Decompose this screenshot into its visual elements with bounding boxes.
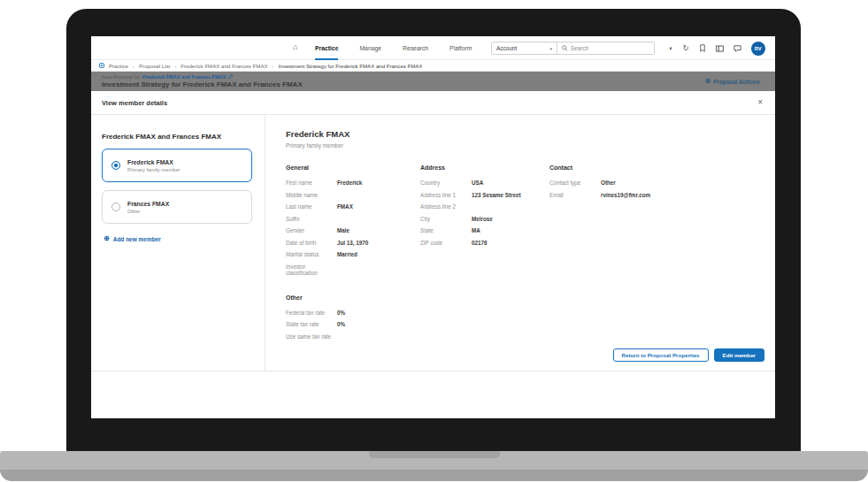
field-value: 02176: [472, 240, 488, 247]
field-value: rvines19@fmr.com: [601, 192, 650, 199]
field-row: Middle name: [286, 192, 420, 204]
nav-item-research[interactable]: Research: [403, 36, 428, 60]
proposal-actions-label: Proposal Actions: [713, 79, 759, 85]
field-row: Contact typeOther: [549, 180, 764, 192]
field-value: Frederick: [337, 180, 362, 187]
main-nav: Practice Manage Research Platform: [315, 36, 472, 60]
breadcrumb-separator: ›: [174, 63, 176, 69]
member-name: Frances FMAX: [127, 201, 169, 207]
field-row: First nameFrederick: [286, 180, 420, 192]
field-label: Address line 1: [420, 192, 472, 199]
field-label: Marital status: [286, 251, 337, 258]
breadcrumb-item[interactable]: Proposal List: [139, 63, 170, 69]
bookmark-icon[interactable]: [699, 44, 706, 52]
add-new-member-label: Add new member: [113, 236, 161, 242]
field-row: Address line 1123 Sesame Street: [420, 192, 549, 204]
account-dropdown-label: Account: [496, 45, 517, 51]
home-icon[interactable]: ⌂: [293, 43, 297, 51]
contrast-icon[interactable]: ◐: [669, 45, 673, 52]
member-card-text: Frederick FMAX Primary family member: [127, 159, 181, 172]
section-contact: ContactContact typeOtherEmailrvines19@fm…: [549, 164, 764, 277]
nav-item-manage[interactable]: Manage: [359, 36, 381, 60]
member-detail-panel: Frederick FMAX Primary family member Gen…: [265, 115, 775, 371]
section-general: GeneralFirst nameFrederickMiddle nameLas…: [286, 164, 420, 277]
field-label: First name: [286, 180, 337, 187]
feedback-icon[interactable]: [734, 45, 741, 52]
field-row: Date of birthJul 13, 1970: [286, 240, 420, 252]
laptop-base: [0, 451, 868, 470]
utility-icons: ◐ ↻ RV: [669, 36, 765, 60]
nav-item-platform[interactable]: Platform: [449, 36, 472, 60]
field-value: Melrose: [472, 216, 493, 223]
close-icon[interactable]: ×: [757, 98, 763, 107]
breadcrumb-item[interactable]: Investment Strategy for Frederick FMAX a…: [279, 63, 423, 69]
field-row: Address line 2: [420, 203, 549, 216]
field-row: CityMelrose: [420, 216, 549, 228]
search-input[interactable]: [571, 45, 646, 51]
field-label: Investor classification: [286, 264, 337, 277]
field-label: Suffix: [286, 216, 337, 223]
field-value: Male: [337, 227, 350, 234]
proposal-title: Investment Strategy for Frederick FMAX a…: [102, 80, 303, 88]
field-row: Investor classification: [286, 264, 420, 277]
section-title: Address: [420, 164, 549, 171]
chevron-down-icon: ▾: [549, 46, 552, 51]
field-value: MA: [472, 227, 480, 234]
field-label: Country: [420, 180, 472, 187]
members-heading: Frederick FMAX and Frances FMAX: [102, 133, 252, 141]
proposal-link[interactable]: Frederick FMAX and Frances FMAX: [142, 74, 227, 80]
laptop-notch: [369, 451, 500, 458]
search-box: [557, 42, 654, 54]
field-label: Use same tax rate: [286, 333, 337, 340]
field-row: Emailrvines19@fmr.com: [549, 192, 764, 204]
field-label: Date of birth: [286, 240, 337, 247]
detail-member-name: Frederick FMAX: [286, 129, 764, 139]
field-row: Federal tax rate0%: [286, 310, 463, 322]
add-new-member-link[interactable]: ⊕ Add new member: [104, 235, 252, 242]
nav-item-practice[interactable]: Practice: [315, 36, 338, 60]
field-label: Federal tax rate: [286, 310, 337, 317]
field-label: City: [420, 216, 472, 223]
field-label: ZIP code: [420, 240, 472, 247]
field-label: Address line 2: [420, 203, 472, 210]
breadcrumb-items: Practice›Proposal List›Frederick FMAX an…: [109, 63, 422, 69]
search-icon: [562, 45, 568, 51]
field-row: StateMA: [420, 227, 549, 240]
member-card-frances[interactable]: Frances FMAX Other: [102, 190, 252, 224]
add-circle-icon: ⊕: [104, 235, 110, 242]
modal-footer-buttons: Return to Proposal Properties Edit membe…: [613, 348, 765, 362]
member-card-frederick[interactable]: Frederick FMAX Primary family member: [102, 149, 252, 182]
avatar[interactable]: RV: [751, 42, 765, 56]
field-value: FMAX: [337, 203, 353, 210]
field-row: State tax rate0%: [286, 321, 463, 333]
member-details-modal: View member details × Frederick FMAX and…: [91, 91, 775, 418]
proposal-actions-button[interactable]: ⚙ Proposal Actions ▾: [705, 78, 764, 85]
panel-layout-icon[interactable]: [716, 45, 724, 52]
laptop-mockup: ⌂ Practice Manage Research Platform Acco…: [0, 0, 868, 482]
field-value: 0%: [337, 321, 345, 328]
laptop-base-bottom: [0, 470, 868, 481]
field-label: Email: [549, 192, 601, 199]
field-label: State tax rate: [286, 321, 337, 328]
return-to-proposal-properties-button[interactable]: Return to Proposal Properties: [613, 348, 709, 362]
radio-selected-icon[interactable]: [111, 161, 120, 170]
new-proposal-prefix: New Proposal for: [102, 74, 140, 80]
edit-member-button[interactable]: Edit member: [714, 348, 764, 362]
breadcrumb-item[interactable]: Practice: [109, 63, 128, 69]
external-link-icon: [228, 74, 233, 79]
refresh-icon[interactable]: ↻: [683, 45, 689, 52]
field-label: State: [420, 227, 472, 234]
field-row: GenderMale: [286, 227, 420, 240]
account-dropdown[interactable]: Account ▾: [492, 42, 557, 54]
field-value: Married: [337, 251, 357, 258]
proposal-header-bar: New Proposal for Frederick FMAX and Fran…: [91, 72, 775, 91]
field-row: CountryUSA: [420, 180, 549, 192]
breadcrumb-item[interactable]: Frederick FMAX and Frances FMAX: [181, 63, 267, 69]
field-row: ZIP code02176: [420, 240, 549, 252]
laptop-bezel: ⌂ Practice Manage Research Platform Acco…: [66, 9, 801, 451]
field-value: 123 Sesame Street: [472, 192, 521, 199]
field-row: Use same tax rate: [286, 333, 463, 346]
detail-columns: GeneralFirst nameFrederickMiddle nameLas…: [286, 164, 764, 277]
member-list-panel: Frederick FMAX and Frances FMAX Frederic…: [91, 115, 265, 371]
radio-unselected-icon[interactable]: [111, 203, 120, 211]
